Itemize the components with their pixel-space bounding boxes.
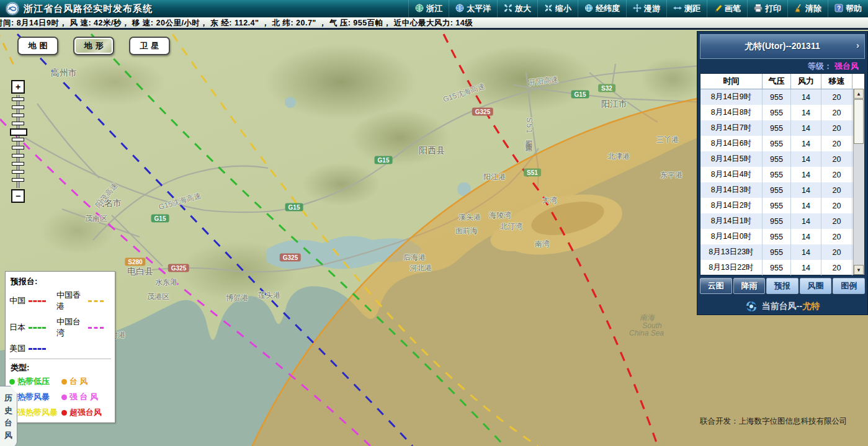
track-hk-extra	[0, 29, 15, 68]
table-scrollbar[interactable]: ▲ ▼	[853, 89, 864, 275]
zoom-in-button[interactable]: +	[11, 80, 25, 94]
place-label: 阳西县	[419, 145, 445, 156]
place-label: 水东港	[155, 277, 177, 288]
expand-icon	[504, 4, 512, 14]
zoom-slider-tick[interactable]	[12, 170, 24, 174]
level-value: 强台风	[834, 61, 859, 71]
place-label: 海陵湾	[489, 210, 511, 221]
road-badge: G325	[168, 264, 189, 272]
scroll-thumb[interactable]	[854, 99, 864, 144]
toolbar-button-放大[interactable]: 放大	[497, 0, 537, 17]
track-dash-swatch	[29, 348, 46, 350]
place-label: 溪头港	[459, 212, 481, 223]
table-row[interactable]: 8月14日3时9551420	[700, 182, 864, 198]
latlon-icon	[584, 4, 593, 14]
legend-type-item: 热带低压	[9, 376, 61, 387]
track-dash-swatch	[29, 327, 46, 329]
scroll-up-button[interactable]: ▲	[854, 89, 864, 99]
place-label: 后海港	[403, 252, 426, 263]
map-type-button-satellite[interactable]: 卫星	[129, 37, 170, 55]
zoom-slider-tick[interactable]	[12, 114, 24, 117]
app-logo-icon	[6, 2, 19, 15]
zoom-slider[interactable]	[11, 95, 25, 188]
toolbar-button-缩小[interactable]: 缩小	[537, 0, 578, 17]
legend-agency-item: 美国	[9, 343, 56, 354]
place-label: 面前海	[455, 226, 478, 236]
table-row[interactable]: 8月14日6时9551420	[700, 136, 864, 151]
print-icon	[754, 4, 763, 14]
panel-tab-图例[interactable]: 图例	[833, 278, 865, 294]
toolbar-button-经纬度[interactable]: 经纬度	[578, 0, 626, 17]
toolbar: 浙江太平洋放大缩小经纬度漫游测距画笔打印清除?帮助	[408, 0, 868, 17]
place-label: 阳江港	[483, 172, 506, 182]
place-label: 大湾	[542, 195, 557, 206]
typhoon-panel: 尤特(Utor)--201311 › 等级：强台风 时间气压风力移速 8月14日…	[697, 31, 868, 315]
road-badge: G15	[285, 203, 303, 212]
table-row[interactable]: 8月14日2时9551420	[700, 198, 864, 213]
legend-box: 预报台: 中国日本美国中国香港中国台湾 类型: 热带低压热带风暴强热带风暴台 风…	[5, 271, 115, 423]
legend-types-title: 类型:	[11, 362, 111, 373]
measure-icon	[673, 4, 682, 14]
panel-expand-arrow[interactable]: ›	[856, 40, 859, 50]
place-label: 茂港区	[147, 292, 169, 302]
toolbar-button-漫游[interactable]: 漫游	[626, 0, 666, 17]
place-label: 南湾	[535, 239, 550, 249]
table-row[interactable]: 8月13日22时9551420	[700, 260, 864, 275]
table-row[interactable]: 8月14日0时9551420	[700, 229, 864, 244]
place-label: 东平港	[660, 170, 682, 181]
zoom-slider-handle[interactable]	[10, 128, 27, 136]
zoom-slider-tick[interactable]	[12, 122, 24, 125]
toolbar-button-清除[interactable]: 清除	[787, 0, 828, 17]
place-label: 北津港	[607, 151, 630, 162]
place-label: 茂南区	[85, 213, 107, 224]
toolbar-button-打印[interactable]: 打印	[747, 0, 787, 17]
road-badge: S32	[598, 84, 615, 92]
help-icon: ?	[834, 4, 843, 14]
zoom-slider-tick[interactable]	[12, 146, 24, 149]
toolbar-button-画笔[interactable]: 画笔	[707, 0, 747, 17]
map-type-button-terrain[interactable]: 地形	[73, 37, 114, 55]
panel-tab-降雨[interactable]: 降雨	[733, 278, 766, 294]
panel-tab-云图[interactable]: 云图	[700, 278, 732, 294]
table-row[interactable]: 8月14日1时9551420	[700, 213, 864, 229]
place-label: China Sea	[629, 329, 664, 337]
zoom-slider-tick[interactable]	[12, 178, 24, 182]
table-row[interactable]: 8月14日8时9551420	[700, 105, 864, 120]
map-type-button-map[interactable]: 地图	[17, 37, 58, 55]
zoom-slider-tick[interactable]	[12, 138, 24, 141]
panel-tab-预报[interactable]: 预报	[766, 278, 799, 294]
typhoon-title: 尤特(Utor)--201311	[745, 41, 820, 52]
table-row[interactable]: 8月14日4时9551420	[700, 167, 864, 182]
zoom-slider-tick[interactable]	[12, 105, 24, 109]
track-dash-swatch	[88, 300, 104, 302]
place-label: 北汀湾	[500, 221, 522, 232]
table-row[interactable]: 8月14日7时9551420	[700, 120, 864, 136]
table-row[interactable]: 8月14日5时9551420	[700, 151, 864, 167]
table-row[interactable]: 8月14日9时9551420	[700, 89, 864, 105]
table-row[interactable]: 8月13日23时9551420	[700, 244, 864, 260]
pan-icon	[633, 4, 642, 14]
toolbar-button-太平洋[interactable]: 太平洋	[449, 0, 497, 17]
current-typhoon-name[interactable]: 尤特	[802, 301, 820, 311]
legend-divider	[9, 359, 111, 359]
zoom-slider-tick[interactable]	[12, 162, 24, 166]
svg-text:?: ?	[837, 5, 841, 12]
typhoon-title-bar[interactable]: 尤特(Utor)--201311 ›	[700, 34, 865, 59]
zoom-slider-tick[interactable]	[12, 154, 24, 158]
toolbar-button-测距[interactable]: 测距	[666, 0, 707, 17]
history-typhoon-tab[interactable]: 历史台风	[0, 386, 17, 446]
table-body: 8月14日9时95514208月14日8时95514208月14日7时95514…	[700, 89, 864, 275]
table-column-header: 时间	[700, 74, 763, 89]
globe-blue-icon	[455, 4, 464, 14]
panel-tab-风圈[interactable]: 风圈	[800, 278, 832, 294]
road-label: S51罗阳高速	[524, 117, 534, 139]
toolbar-button-帮助[interactable]: ?帮助	[828, 0, 868, 17]
zoom-control: + −	[11, 80, 25, 203]
zoom-out-button[interactable]: −	[11, 189, 25, 203]
legend-type-item: 台 风	[61, 376, 110, 387]
current-typhoon-line: 当前台风--尤特	[700, 297, 865, 316]
zoom-slider-tick[interactable]	[12, 97, 24, 101]
scroll-down-button[interactable]: ▼	[854, 265, 864, 275]
panel-tabs: 云图降雨预报风圈图例	[700, 278, 865, 294]
toolbar-button-浙江[interactable]: 浙江	[408, 0, 449, 17]
